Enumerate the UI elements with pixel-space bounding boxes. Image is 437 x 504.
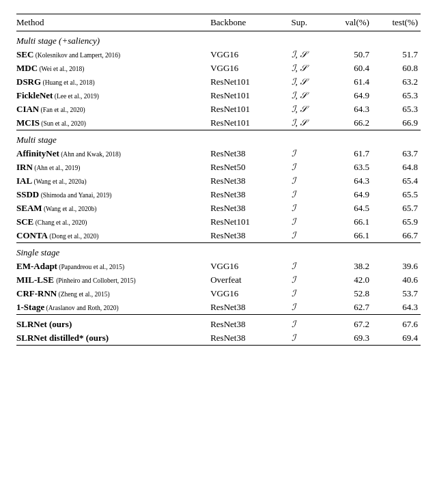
method-name: IAL <box>16 176 32 186</box>
table-row: IRN (Ahn et al., 2019)ResNet50ℐ63.564.8 <box>16 160 421 174</box>
method-cell: SEC (Kolesnikov and Lampert, 2016) <box>16 48 210 61</box>
table-row: SCE (Chang et al., 2020)ResNet101ℐ66.165… <box>16 215 421 229</box>
sup-cell: ℐ <box>292 229 332 243</box>
sup-cell: ℐ, 𝒮 <box>292 89 332 102</box>
method-name: FickleNet <box>16 90 53 100</box>
backbone-cell: ResNet38 <box>210 201 291 215</box>
sup-cell: ℐ <box>292 287 332 300</box>
method-name: MCIS <box>16 117 40 128</box>
table-row: EM-Adapt (Papandreou et al., 2015)VGG16ℐ… <box>16 260 421 273</box>
table-row: DSRG (Huang et al., 2018)ResNet101ℐ, 𝒮61… <box>16 75 421 89</box>
sup-cell: ℐ, 𝒮 <box>292 116 332 130</box>
section-header-single-stage: Single stage <box>16 243 421 260</box>
method-cell: 1-Stage (Araslanov and Roth, 2020) <box>16 300 210 315</box>
table-row: MIL-LSE (Pinheiro and Collobert, 2015)Ov… <box>16 273 421 287</box>
method-name: SLRNet distilled* (ours) <box>16 333 109 343</box>
val-cell: 42.0 <box>332 273 372 287</box>
method-name: 1-Stage <box>16 302 44 312</box>
method-cell: FickleNet (Lee et al., 2019) <box>16 89 210 102</box>
backbone-cell: ResNet101 <box>210 116 291 130</box>
val-cell: 61.7 <box>332 147 372 160</box>
table-row: SLRNet (ours)ResNet38ℐ67.267.6 <box>16 318 421 331</box>
backbone-cell: ResNet50 <box>210 160 291 174</box>
method-cell: MIL-LSE (Pinheiro and Collobert, 2015) <box>16 273 210 287</box>
backbone-cell: Overfeat <box>210 273 291 287</box>
test-cell: 64.8 <box>372 160 421 174</box>
test-cell: 65.3 <box>372 102 421 116</box>
method-cell: EM-Adapt (Papandreou et al., 2015) <box>16 260 210 273</box>
test-cell: 66.7 <box>372 229 421 243</box>
sup-cell: ℐ <box>292 188 332 201</box>
sup-cell: ℐ <box>292 260 332 273</box>
method-cell: SSDD (Shimoda and Yanai, 2019) <box>16 188 210 201</box>
header-test: test(%) <box>372 14 421 31</box>
backbone-cell: ResNet38 <box>210 188 291 201</box>
backbone-cell: ResNet101 <box>210 215 291 229</box>
method-cite: (Sun et al., 2020) <box>40 120 86 127</box>
val-cell: 64.9 <box>332 89 372 102</box>
test-cell: 65.9 <box>372 215 421 229</box>
method-name: SEAM <box>16 203 42 213</box>
method-cite: (Zheng et al., 2015) <box>57 291 110 298</box>
method-cell: AffinityNet (Ahn and Kwak, 2018) <box>16 147 210 160</box>
method-cite: (Huang et al., 2018) <box>41 79 95 86</box>
val-cell: 64.5 <box>332 201 372 215</box>
backbone-cell: VGG16 <box>210 260 291 273</box>
table-row: CONTA (Dong et al., 2020)ResNet38ℐ66.166… <box>16 229 421 243</box>
sup-cell: ℐ <box>292 331 332 346</box>
backbone-cell: ResNet38 <box>210 229 291 243</box>
test-cell: 69.4 <box>372 331 421 346</box>
method-cell: CONTA (Dong et al., 2020) <box>16 229 210 243</box>
method-cell: IAL (Wang et al., 2020a) <box>16 174 210 188</box>
val-cell: 66.1 <box>332 215 372 229</box>
backbone-cell: ResNet38 <box>210 318 291 331</box>
val-cell: 62.7 <box>332 300 372 315</box>
method-cite: (Araslanov and Roth, 2020) <box>44 305 118 311</box>
test-cell: 65.4 <box>372 174 421 188</box>
method-name: CRF-RNN <box>16 288 57 298</box>
table-row: SSDD (Shimoda and Yanai, 2019)ResNet38ℐ6… <box>16 188 421 201</box>
method-cite: (Kolesnikov and Lampert, 2016) <box>33 52 120 59</box>
sup-cell: ℐ <box>292 174 332 188</box>
table-row: AffinityNet (Ahn and Kwak, 2018)ResNet38… <box>16 147 421 160</box>
table-row: MCIS (Sun et al., 2020)ResNet101ℐ, 𝒮66.2… <box>16 116 421 130</box>
test-cell: 60.8 <box>372 61 421 75</box>
method-cite: (Wei et al., 2018) <box>38 66 84 72</box>
sup-cell: ℐ, 𝒮 <box>292 102 332 116</box>
method-name: DSRG <box>16 76 41 87</box>
method-cell: CIAN (Fan et al., 2020) <box>16 102 210 116</box>
backbone-cell: VGG16 <box>210 287 291 300</box>
method-name: IRN <box>16 162 33 172</box>
backbone-cell: ResNet38 <box>210 147 291 160</box>
val-cell: 64.3 <box>332 174 372 188</box>
header-sup: Sup. <box>292 14 332 31</box>
val-cell: 38.2 <box>332 260 372 273</box>
table-row: SLRNet distilled* (ours)ResNet38ℐ69.369.… <box>16 331 421 346</box>
method-cite: (Wang et al., 2020a) <box>32 178 86 185</box>
sup-cell: ℐ <box>292 215 332 229</box>
backbone-cell: VGG16 <box>210 48 291 61</box>
method-cite: (Dong et al., 2020) <box>48 233 98 240</box>
test-cell: 67.6 <box>372 318 421 331</box>
method-name: EM-Adapt <box>16 261 57 271</box>
test-cell: 51.7 <box>372 48 421 61</box>
val-cell: 50.7 <box>332 48 372 61</box>
method-name: AffinityNet <box>16 148 59 158</box>
section-header-multi-stage: Multi stage <box>16 130 421 148</box>
table-row: SEAM (Wang et al., 2020b)ResNet38ℐ64.565… <box>16 201 421 215</box>
test-cell: 65.5 <box>372 188 421 201</box>
method-cell: SCE (Chang et al., 2020) <box>16 215 210 229</box>
method-name: SLRNet (ours) <box>16 319 72 329</box>
method-cite: (Shimoda and Yanai, 2019) <box>39 192 111 199</box>
test-cell: 63.2 <box>372 75 421 89</box>
val-cell: 61.4 <box>332 75 372 89</box>
method-cell: IRN (Ahn et al., 2019) <box>16 160 210 174</box>
backbone-cell: ResNet101 <box>210 102 291 116</box>
test-cell: 53.7 <box>372 287 421 300</box>
header-method: Method <box>16 14 210 31</box>
method-name: CIAN <box>16 104 39 114</box>
test-cell: 40.6 <box>372 273 421 287</box>
backbone-cell: VGG16 <box>210 61 291 75</box>
sup-cell: ℐ, 𝒮 <box>292 61 332 75</box>
sup-cell: ℐ, 𝒮 <box>292 75 332 89</box>
